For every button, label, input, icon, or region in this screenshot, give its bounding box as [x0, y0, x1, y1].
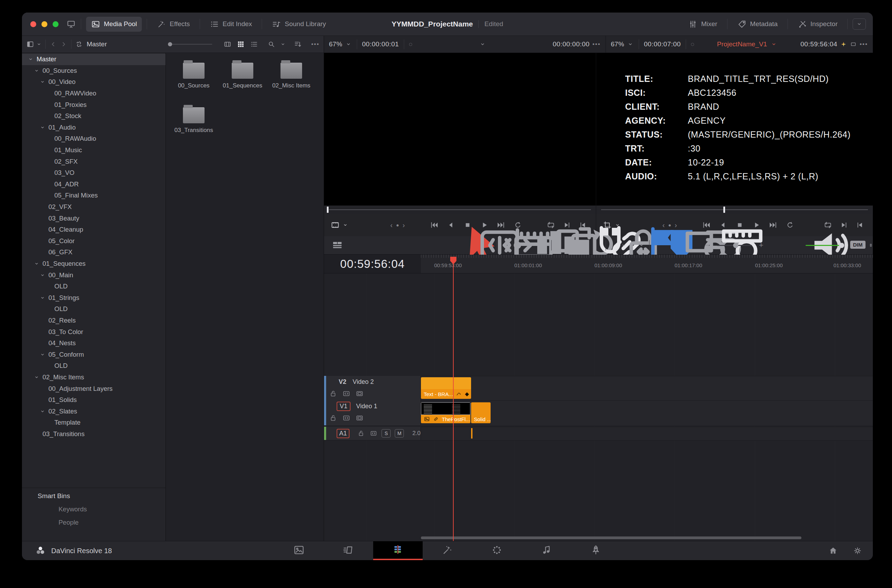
chevron-down-icon[interactable]: [620, 242, 627, 248]
bin-tree-item[interactable]: 02_Misc Items: [22, 372, 165, 383]
timeline-scrubber-playhead[interactable]: [723, 207, 725, 213]
timeline-viewer-video[interactable]: TITLE:BRAND_TITLE_TRT_RES(SD/HD)ISCI:ABC…: [596, 53, 873, 206]
zoom-in-button[interactable]: +: [759, 241, 763, 250]
more-options-icon[interactable]: •••: [311, 41, 320, 48]
filmstrip-view-icon[interactable]: [223, 40, 232, 48]
page-tab-deliver[interactable]: [571, 542, 620, 560]
bin-tree-item[interactable]: 00_Video: [22, 76, 165, 88]
chevron-down-icon[interactable]: [33, 261, 42, 267]
source-viewer-scrubber[interactable]: [324, 206, 596, 214]
source-clip-dropdown[interactable]: [415, 41, 550, 48]
bin-tree-item[interactable]: 00_Sources: [22, 65, 165, 76]
chevron-down-icon[interactable]: [39, 272, 48, 278]
chevron-down-icon[interactable]: [345, 41, 352, 48]
source-zoom-level[interactable]: 67%: [329, 40, 342, 48]
bin-tree-item[interactable]: OLD: [22, 360, 165, 372]
bin-folder[interactable]: 03_Transitions: [169, 102, 218, 147]
smart-bin-item[interactable]: Keywords: [22, 506, 165, 513]
sort-icon[interactable]: [294, 40, 302, 48]
solo-button[interactable]: S: [381, 429, 390, 438]
zoom-out-button[interactable]: −: [705, 241, 709, 250]
more-options-icon[interactable]: •••: [592, 41, 601, 48]
bin-tree-item[interactable]: 02_Stock: [22, 110, 165, 122]
bin-tree-item[interactable]: 04_Cleanup: [22, 224, 165, 236]
bin-tree-item[interactable]: 03_Transitions: [22, 429, 165, 440]
timeline-ruler[interactable]: 00:59:53:0001:00:01:0001:00:09:0001:00:1…: [421, 255, 873, 273]
track-enable-icon[interactable]: [355, 414, 364, 422]
thumbnail-size-slider[interactable]: [168, 44, 212, 45]
track-destination-badge[interactable]: V1: [336, 402, 350, 411]
chevron-down-icon[interactable]: [27, 56, 37, 62]
page-tab-cut[interactable]: [324, 542, 373, 560]
bin-tree-item[interactable]: 01_Audio: [22, 122, 165, 134]
unlink-bin-icon[interactable]: [75, 40, 83, 48]
timeline-selector-dropdown[interactable]: ProjectName_V1: [697, 40, 797, 48]
smart-bin-item[interactable]: People: [22, 519, 165, 526]
bin-tree-item[interactable]: 01_Music: [22, 144, 165, 156]
chevron-down-icon[interactable]: [39, 124, 48, 130]
bin-tree-item[interactable]: OLD: [22, 303, 165, 315]
track-lock-icon[interactable]: [357, 429, 365, 438]
bin-tree-item[interactable]: 02_SFX: [22, 156, 165, 167]
zoom-window-button[interactable]: [53, 21, 59, 27]
bin-tree-item[interactable]: OLD: [22, 281, 165, 292]
metadata-button[interactable]: Metadata: [733, 17, 782, 32]
screen-share-icon[interactable]: [66, 19, 76, 29]
bin-tree-item[interactable]: 00_RAWVideo: [22, 88, 165, 99]
auto-select-icon[interactable]: [342, 414, 350, 422]
bin-sidebar-toggle-icon[interactable]: [26, 40, 35, 48]
chevron-down-icon[interactable]: [342, 222, 348, 228]
bin-tree-item[interactable]: 05_Final Mixes: [22, 190, 165, 201]
chevron-down-icon[interactable]: [39, 295, 48, 301]
timeline-zoom-level[interactable]: 67%: [611, 40, 624, 48]
bin-tree-item[interactable]: 01_Proxies: [22, 99, 165, 110]
forward-icon[interactable]: [60, 40, 68, 48]
track-name[interactable]: Video 1: [356, 403, 377, 410]
page-tab-fairlight[interactable]: [522, 542, 571, 560]
timeline-playhead[interactable]: [453, 257, 454, 541]
bin-tree-item[interactable]: 01_Strings: [22, 292, 165, 303]
grid-view-icon[interactable]: [237, 40, 245, 48]
dim-audio-button[interactable]: DIM: [850, 241, 865, 249]
bin-tree-item[interactable]: 04_ADR: [22, 179, 165, 190]
timeline-name[interactable]: ProjectName_V1: [717, 40, 767, 48]
track-lock-icon[interactable]: [329, 390, 337, 398]
keyframe-diamond-icon[interactable]: ◆: [465, 391, 469, 397]
bin-tree-item[interactable]: 03_Beauty: [22, 213, 165, 224]
chevron-down-icon[interactable]: [39, 408, 48, 414]
more-options-icon[interactable]: •••: [860, 41, 868, 48]
bin-folder[interactable]: 01_Sequences: [218, 58, 267, 102]
track-header-a1[interactable]: A1 S M 2.0: [324, 427, 421, 440]
page-tab-edit[interactable]: [373, 542, 423, 560]
bin-tree-item[interactable]: 05_Color: [22, 236, 165, 247]
timeline-viewer-scrubber[interactable]: [596, 206, 873, 214]
clip-mode-icon[interactable]: [330, 220, 340, 230]
chevron-down-icon[interactable]: [33, 374, 42, 380]
bin-tree-item[interactable]: 02_Slates: [22, 405, 165, 417]
edit-index-button[interactable]: Edit Index: [205, 17, 257, 32]
bin-tree-item[interactable]: 06_GFX: [22, 247, 165, 258]
audio-clip-sliver[interactable]: [471, 428, 473, 438]
source-scrubber-playhead[interactable]: [327, 207, 329, 213]
bin-tree-item[interactable]: 03_To Color: [22, 326, 165, 338]
source-viewer-video[interactable]: [324, 53, 596, 206]
search-icon[interactable]: [267, 40, 276, 48]
chevron-down-icon[interactable]: [280, 41, 286, 47]
track-header-v2[interactable]: V2 Video 2: [324, 376, 421, 400]
chevron-down-icon[interactable]: [627, 41, 634, 48]
chevron-down-icon[interactable]: [638, 242, 644, 248]
page-tab-color[interactable]: [472, 542, 522, 560]
workspace-layout-button[interactable]: [853, 18, 866, 30]
bin-tree-item[interactable]: Master: [22, 54, 165, 65]
mixer-button[interactable]: Mixer: [683, 17, 722, 32]
jog-control[interactable]: ‹ ● ›: [390, 221, 405, 229]
bin-tree-item[interactable]: Template: [22, 417, 165, 429]
track-destination-badge[interactable]: A1: [336, 429, 350, 438]
timeline-clip-solid[interactable]: Solid ...: [471, 402, 491, 423]
monitor-volume-slider[interactable]: [806, 245, 845, 246]
timeline-clip-video[interactable]: ThePostFl...: [421, 402, 470, 423]
effects-button[interactable]: Effects: [152, 17, 195, 32]
bin-folder[interactable]: 02_Misc Items: [267, 58, 316, 102]
timeline-clip-title[interactable]: Text - BRA... ◆: [421, 377, 471, 399]
page-tab-media[interactable]: [274, 542, 324, 560]
